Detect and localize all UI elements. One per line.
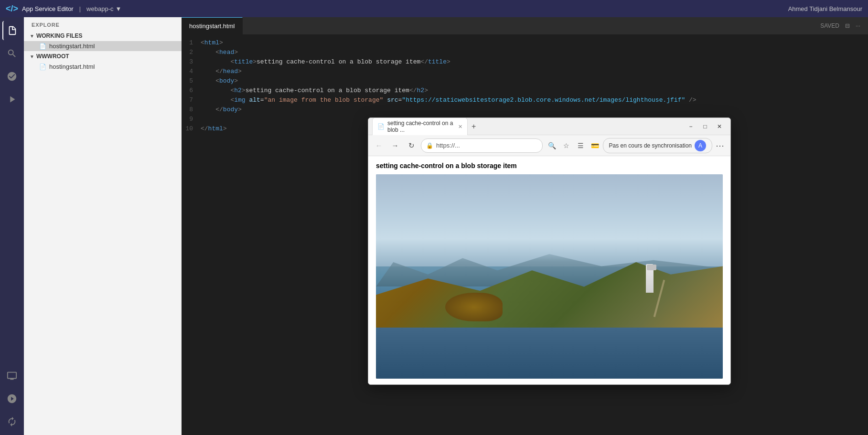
split-editor-icon: ⊟ (845, 22, 850, 29)
sidebar-item-refresh[interactable] (2, 412, 21, 431)
line-content-5: <body> (201, 76, 238, 86)
line-number-6: 6 (182, 86, 201, 95)
sidebar-item-search[interactable] (2, 44, 21, 63)
editor-tab-bar: hostingstart.html SAVED ⊟ ··· (182, 17, 868, 34)
code-line-5: 5 <body> (182, 76, 868, 86)
working-files-label: WORKING FILES (36, 32, 83, 39)
wwwroot-file-name: hostingstart.html (49, 63, 95, 70)
webapp-chevron-icon: ▼ (115, 5, 121, 12)
sidebar-item-tv[interactable] (2, 366, 21, 385)
browser-tab-active[interactable]: 📄 setting cache-control on a blob ... ✕ (372, 117, 468, 135)
code-line-3: 3 <title>setting cache-control on a blob… (182, 57, 868, 67)
browser-more-button[interactable]: ⋯ (713, 139, 727, 152)
code-line-2: 2 <head> (182, 48, 868, 57)
user-avatar: A (695, 140, 706, 151)
working-file-name: hostingstart.html (49, 42, 95, 50)
saved-label: SAVED (820, 22, 839, 29)
sidebar-item-git[interactable] (2, 67, 21, 86)
sidebar-title: EXPLORE (24, 17, 182, 31)
wwwroot-header[interactable]: ▼ WWWROOT (24, 51, 182, 62)
sidebar: EXPLORE ▼ WORKING FILES 📄 hostingstart.h… (24, 17, 182, 435)
line-number-7: 7 (182, 95, 201, 105)
line-number-5: 5 (182, 76, 201, 86)
file-icon-2: 📄 (39, 64, 46, 70)
sidebar-item-run[interactable] (2, 90, 21, 109)
code-line-6: 6 <h2>setting cache-control on a blob st… (182, 86, 868, 95)
wwwroot-file-hostingstart[interactable]: 📄 hostingstart.html (24, 62, 182, 72)
line-content-2: <head> (201, 48, 238, 57)
line-number-3: 3 (182, 57, 201, 67)
chevron-down-icon: ▼ (30, 33, 34, 39)
wwwroot-label: WWWROOT (36, 53, 69, 60)
line-content-10: </html> (201, 124, 227, 134)
line-number-2: 2 (182, 48, 201, 57)
browser-new-tab-button[interactable]: + (470, 122, 478, 131)
lighthouse-top (647, 265, 656, 270)
editor-top-right: SAVED ⊟ ··· (820, 22, 868, 29)
line-content-7: <img alt="an image from the blob storage… (201, 95, 697, 105)
browser-favorites-icon[interactable]: ☆ (560, 139, 573, 152)
code-line-4: 4 </head> (182, 67, 868, 76)
browser-toolbar-icons: 🔍 ☆ ☰ 💳 Pas en cours de synchronisation … (546, 138, 727, 153)
line-number-10: 10 (182, 124, 201, 134)
browser-maximize-button[interactable]: □ (698, 119, 712, 134)
editor-area: hostingstart.html SAVED ⊟ ··· 1 <html> 2… (182, 17, 868, 435)
line-content-4: </head> (201, 67, 242, 76)
sidebar-item-play2[interactable] (2, 389, 21, 408)
browser-window-controls: − □ ✕ (684, 119, 727, 134)
line-number-8: 8 (182, 105, 201, 115)
editor-tab-label: hostingstart.html (189, 22, 235, 30)
app-title: App Service Editor (22, 5, 74, 12)
line-content-1: <html> (201, 38, 223, 48)
browser-forward-button[interactable]: → (388, 139, 402, 152)
address-lock-icon: 🔒 (426, 142, 433, 149)
browser-minimize-button[interactable]: − (684, 119, 698, 134)
browser-back-button[interactable]: ← (372, 139, 386, 152)
working-files-header[interactable]: ▼ WORKING FILES (24, 31, 182, 41)
browser-window: 📄 setting cache-control on a blob ... ✕ … (368, 117, 731, 385)
browser-close-button[interactable]: ✕ (712, 119, 727, 134)
app-logo: </> (6, 4, 18, 14)
browser-tab-label: setting cache-control on a blob ... (387, 120, 455, 133)
browser-content: setting cache-control on a blob storage … (368, 156, 730, 384)
code-line-1: 1 <html> (182, 38, 868, 48)
browser-tab-close-button[interactable]: ✕ (458, 124, 462, 130)
lighthouse-image (376, 174, 723, 379)
working-file-hostingstart[interactable]: 📄 hostingstart.html (24, 41, 182, 51)
line-content-8: </body> (201, 105, 242, 115)
address-bar[interactable]: 🔒 https://... (421, 138, 543, 153)
sky-bg (376, 174, 723, 266)
webapp-selector[interactable]: webapp-c ▼ (86, 5, 121, 12)
browser-reload-button[interactable]: ↻ (405, 139, 418, 152)
browser-tab-favicon: 📄 (377, 123, 385, 130)
browser-tab-area: 📄 setting cache-control on a blob ... ✕ … (372, 117, 680, 135)
browser-wallet-icon[interactable]: 💳 (589, 139, 602, 152)
file-icon: 📄 (39, 43, 46, 50)
browser-titlebar: 📄 setting cache-control on a blob ... ✕ … (368, 118, 730, 135)
browser-sync-button[interactable]: Pas en cours de synchronisation A (603, 138, 712, 153)
webapp-name: webapp-c (86, 5, 113, 12)
line-content-3: <title>setting cache-control on a blob s… (201, 57, 450, 67)
titlebar: </> App Service Editor | webapp-c ▼ Ahme… (0, 0, 868, 17)
sync-label: Pas en cours de synchronisation (609, 142, 692, 149)
code-line-8: 8 </body> (182, 105, 868, 115)
editor-tab-hostingstart[interactable]: hostingstart.html (182, 17, 243, 34)
chevron-down-icon-2: ▼ (30, 54, 34, 59)
code-line-7: 7 <img alt="an image from the blob stora… (182, 95, 868, 105)
activity-bar (0, 17, 24, 435)
sidebar-item-files[interactable] (2, 21, 21, 40)
browser-collections-icon[interactable]: ☰ (574, 139, 588, 152)
browser-search-icon-button[interactable]: 🔍 (546, 139, 559, 152)
main-layout: EXPLORE ▼ WORKING FILES 📄 hostingstart.h… (0, 17, 868, 435)
line-number-9: 9 (182, 115, 201, 124)
line-number-4: 4 (182, 67, 201, 76)
line-content-6: <h2>setting cache-control on a blob stor… (201, 86, 428, 95)
line-number-1: 1 (182, 38, 201, 48)
page-heading: setting cache-control on a blob storage … (376, 162, 723, 170)
titlebar-left: </> App Service Editor | webapp-c ▼ (6, 4, 121, 14)
address-text: https://... (436, 142, 537, 149)
user-name: Ahmed Tidjani Belmansour (788, 5, 862, 12)
more-icon: ··· (856, 22, 860, 29)
rocks (445, 293, 503, 321)
titlebar-divider: | (79, 5, 81, 12)
